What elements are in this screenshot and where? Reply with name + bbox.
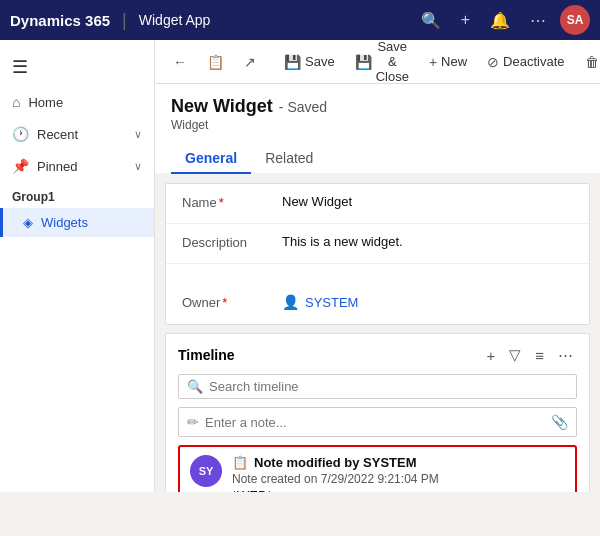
- new-icon: +: [429, 54, 437, 70]
- owner-required: *: [222, 295, 227, 310]
- app-name-label: Widget App: [139, 12, 211, 28]
- description-field-row: Description This is a new widget.: [166, 224, 589, 264]
- share-icon: ↗: [244, 54, 256, 70]
- deactivate-button[interactable]: ⊘ Deactivate: [479, 50, 572, 74]
- owner-person-icon: 👤: [282, 294, 299, 310]
- new-label: New: [441, 54, 467, 69]
- nav-separator: |: [122, 10, 127, 31]
- tab-general[interactable]: General: [171, 144, 251, 174]
- sidebar-item-widgets[interactable]: ◈ Widgets: [0, 208, 154, 237]
- page-title: New Widget: [171, 96, 273, 117]
- sidebar-group-label: Group1: [0, 182, 154, 208]
- page-subtitle: Widget: [171, 118, 584, 132]
- timeline-title: Timeline: [178, 347, 482, 363]
- timeline-item-time: 5:21 PM ∨: [511, 455, 565, 492]
- recent-icon: 🕐: [12, 126, 29, 142]
- timeline-avatar: SY: [190, 455, 222, 487]
- main-layout: ☰ ⌂ Home 🕐 Recent ∨ 📌 Pinned ∨ Group1 ◈ …: [0, 40, 600, 492]
- search-icon[interactable]: 🔍: [415, 11, 447, 30]
- timeline-search-icon: 🔍: [187, 379, 203, 394]
- home-label: Home: [28, 95, 63, 110]
- save-icon: 💾: [284, 54, 301, 70]
- save-close-button[interactable]: 💾 Save & Close: [347, 40, 417, 88]
- save-button[interactable]: 💾 Save: [276, 50, 343, 74]
- pinned-label: Pinned: [37, 159, 77, 174]
- page-tabs: General Related: [171, 144, 584, 173]
- home-icon: ⌂: [12, 94, 20, 110]
- recent-label: Recent: [37, 127, 78, 142]
- share-button[interactable]: ↗: [236, 50, 264, 74]
- avatar[interactable]: SA: [560, 5, 590, 35]
- add-icon[interactable]: +: [455, 11, 476, 29]
- timeline-item: SY 📋 Note modified by SYSTEM Note create…: [178, 445, 577, 492]
- copy-icon: 📋: [207, 54, 224, 70]
- timeline-note-area[interactable]: ✏ 📎: [178, 407, 577, 437]
- timeline-item-header: 📋 Note modified by SYSTEM: [232, 455, 501, 470]
- owner-label: Owner*: [182, 294, 282, 310]
- deactivate-label: Deactivate: [503, 54, 564, 69]
- timeline-item-date: Note created on 7/29/2022 9:21:04 PM: [232, 472, 501, 486]
- timeline-item-title: Note modified by SYSTEM: [254, 455, 417, 470]
- note-pen-icon: ✏: [187, 414, 199, 430]
- recent-chevron-icon: ∨: [134, 128, 142, 141]
- brand-label: Dynamics 365: [10, 12, 110, 29]
- widget-icon: ◈: [23, 215, 33, 230]
- sidebar-item-recent[interactable]: 🕐 Recent ∨: [0, 118, 154, 150]
- bell-icon[interactable]: 🔔: [484, 11, 516, 30]
- timeline-add-button[interactable]: +: [482, 344, 499, 366]
- name-field-row: Name* New Widget: [166, 184, 589, 224]
- timeline-header: Timeline + ▽ ≡ ⋯: [178, 344, 577, 366]
- page-header: New Widget - Saved Widget General Relate…: [155, 84, 600, 173]
- sidebar-item-pinned[interactable]: 📌 Pinned ∨: [0, 150, 154, 182]
- main-content: ← 📋 ↗ 💾 Save 💾 Save & Close + New: [155, 40, 600, 492]
- copy-button[interactable]: 📋: [199, 50, 232, 74]
- sidebar-item-home[interactable]: ⌂ Home: [0, 86, 154, 118]
- save-close-label: Save & Close: [376, 40, 409, 84]
- timeline-item-content: 📋 Note modified by SYSTEM Note created o…: [232, 455, 501, 492]
- timeline-list-button[interactable]: ≡: [531, 344, 548, 366]
- widgets-label: Widgets: [41, 215, 88, 230]
- owner-value[interactable]: 👤 SYSTEM: [282, 294, 573, 310]
- saved-indicator: - Saved: [279, 99, 327, 115]
- name-label: Name*: [182, 194, 282, 210]
- more-options-icon[interactable]: ⋯: [524, 11, 552, 30]
- top-nav: Dynamics 365 | Widget App 🔍 + 🔔 ⋯ SA: [0, 0, 600, 40]
- timeline-actions: + ▽ ≡ ⋯: [482, 344, 577, 366]
- timeline-more-button[interactable]: ⋯: [554, 344, 577, 366]
- form-section: Name* New Widget Description This is a n…: [165, 183, 590, 325]
- save-label: Save: [305, 54, 335, 69]
- note-input[interactable]: [205, 415, 545, 430]
- new-button[interactable]: + New: [421, 50, 475, 74]
- timeline-section: Timeline + ▽ ≡ ⋯ 🔍 ✏ 📎 SY: [165, 333, 590, 492]
- timeline-search-input[interactable]: [209, 379, 568, 394]
- name-required: *: [219, 195, 224, 210]
- timeline-filter-button[interactable]: ▽: [505, 344, 525, 366]
- description-label: Description: [182, 234, 282, 250]
- timeline-search-bar[interactable]: 🔍: [178, 374, 577, 399]
- name-value[interactable]: New Widget: [282, 194, 573, 209]
- delete-button[interactable]: 🗑 Delete: [577, 50, 600, 74]
- timeline-item-body: *WEB*: [232, 488, 501, 492]
- back-button[interactable]: ←: [165, 50, 195, 74]
- tab-related[interactable]: Related: [251, 144, 327, 174]
- pin-icon: 📌: [12, 158, 29, 174]
- toolbar: ← 📋 ↗ 💾 Save 💾 Save & Close + New: [155, 40, 600, 84]
- sidebar: ☰ ⌂ Home 🕐 Recent ∨ 📌 Pinned ∨ Group1 ◈ …: [0, 40, 155, 492]
- hamburger-button[interactable]: ☰: [0, 48, 154, 86]
- attach-icon[interactable]: 📎: [551, 414, 568, 430]
- save-close-icon: 💾: [355, 54, 372, 70]
- owner-field-row: Owner* 👤 SYSTEM: [166, 284, 589, 324]
- back-icon: ←: [173, 54, 187, 70]
- pinned-chevron-icon: ∨: [134, 160, 142, 173]
- delete-icon: 🗑: [585, 54, 599, 70]
- deactivate-icon: ⊘: [487, 54, 499, 70]
- description-value[interactable]: This is a new widget.: [282, 234, 573, 249]
- note-list-icon: 📋: [232, 455, 248, 470]
